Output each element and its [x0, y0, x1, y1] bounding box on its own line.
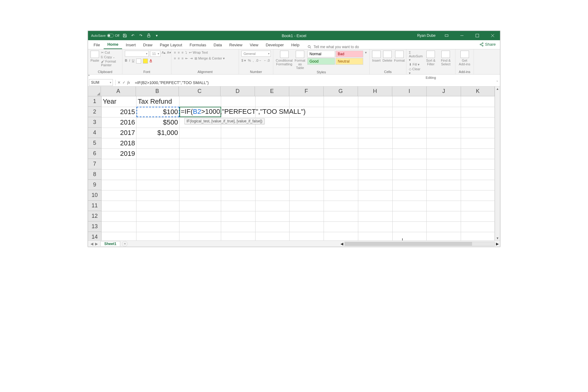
row-header-13[interactable]: 13	[88, 221, 102, 232]
cell-K11[interactable]	[461, 201, 495, 211]
ribbon-display-icon[interactable]	[440, 31, 453, 40]
fx-icon[interactable]: fx	[127, 80, 130, 85]
scroll-left-icon[interactable]: ◀	[340, 242, 343, 246]
tab-insert[interactable]: Insert	[122, 41, 140, 49]
cell-J4[interactable]	[427, 128, 461, 138]
cell-E13[interactable]	[255, 221, 290, 232]
cell-F11[interactable]	[290, 201, 324, 211]
cell-B5[interactable]	[136, 138, 179, 148]
cell-E9[interactable]	[255, 180, 290, 190]
tab-view[interactable]: View	[246, 41, 262, 49]
cell-C8[interactable]	[179, 169, 221, 180]
font-size-dropdown[interactable]: 11	[150, 51, 160, 57]
cell-D9[interactable]	[221, 180, 255, 190]
cell-K12[interactable]	[461, 211, 495, 221]
cell-I10[interactable]	[392, 190, 427, 201]
cell-E1[interactable]	[255, 96, 290, 107]
cell-I14[interactable]	[392, 232, 427, 240]
increase-decimal-icon[interactable]: .0→	[256, 59, 262, 63]
cell-K14[interactable]	[461, 232, 495, 240]
user-name[interactable]: Ryan Dube	[415, 33, 437, 38]
cell-I13[interactable]	[392, 221, 427, 232]
cell-J3[interactable]	[427, 117, 461, 128]
cell-D4[interactable]	[221, 128, 255, 138]
cell-F6[interactable]	[290, 148, 324, 159]
cell-B2[interactable]: $100	[136, 107, 179, 117]
cell-E8[interactable]	[255, 169, 290, 180]
borders-icon[interactable]	[136, 59, 141, 63]
undo-icon[interactable]: ↶	[130, 33, 135, 38]
cell-E7[interactable]	[255, 159, 290, 169]
cell-K10[interactable]	[461, 190, 495, 201]
sheet-nav-next-icon[interactable]: ▶	[95, 242, 98, 246]
cell-J6[interactable]	[427, 148, 461, 159]
insert-cells-button[interactable]: Insert	[372, 59, 381, 62]
cell-B11[interactable]	[136, 201, 179, 211]
fill-color-icon[interactable]	[143, 59, 148, 63]
cell-F10[interactable]	[290, 190, 324, 201]
cell-A1[interactable]: Year	[102, 96, 136, 107]
tab-data[interactable]: Data	[210, 41, 225, 49]
cell-F8[interactable]	[290, 169, 324, 180]
cell-I11[interactable]	[392, 201, 427, 211]
scroll-right-icon[interactable]: ▶	[496, 242, 499, 246]
style-bad[interactable]: Bad	[336, 51, 363, 57]
cell-I2[interactable]	[392, 107, 427, 117]
row-header-14[interactable]: 14	[88, 232, 102, 240]
row-header-4[interactable]: 4	[88, 128, 102, 138]
cell-J12[interactable]	[427, 211, 461, 221]
fill-button[interactable]: ⬇ Fill ▾	[409, 63, 423, 67]
wrap-text-button[interactable]: ↩ Wrap Text	[189, 51, 208, 55]
qat-customize-icon[interactable]: ▾	[154, 33, 159, 38]
cell-J13[interactable]	[427, 221, 461, 232]
cell-D8[interactable]	[221, 169, 255, 180]
row-header-6[interactable]: 6	[88, 148, 102, 159]
cell-G7[interactable]	[324, 159, 358, 169]
new-sheet-button[interactable]: +	[122, 241, 128, 247]
cell-B8[interactable]	[136, 169, 179, 180]
cell-J9[interactable]	[427, 180, 461, 190]
conditional-formatting-icon[interactable]	[280, 51, 289, 58]
cell-K2[interactable]	[461, 107, 495, 117]
cell-B13[interactable]	[136, 221, 179, 232]
italic-button[interactable]: I	[129, 59, 130, 63]
row-header-3[interactable]: 3	[88, 117, 102, 128]
cancel-edit-icon[interactable]: ✕	[117, 80, 121, 85]
cell-G5[interactable]	[324, 138, 358, 148]
tab-review[interactable]: Review	[226, 41, 246, 49]
cell-H13[interactable]	[358, 221, 392, 232]
cell-D13[interactable]	[221, 221, 255, 232]
tab-draw[interactable]: Draw	[140, 41, 156, 49]
orientation-icon[interactable]: ⤵	[185, 51, 187, 55]
font-name-dropdown[interactable]	[125, 51, 149, 57]
cell-E4[interactable]	[255, 128, 290, 138]
format-painter-button[interactable]: 🖌 Format Painter	[101, 60, 120, 67]
cell-F4[interactable]	[290, 128, 324, 138]
cell-F7[interactable]	[290, 159, 324, 169]
decrease-decimal-icon[interactable]: ←.0	[263, 59, 270, 63]
merge-center-button[interactable]: ⊞ Merge & Center ▾	[194, 56, 225, 60]
tell-me-search[interactable]: Tell me what you want to do	[307, 45, 359, 49]
cell-G11[interactable]	[324, 201, 358, 211]
autosum-button[interactable]: Σ AutoSum ▾	[409, 51, 423, 62]
row-header-7[interactable]: 7	[88, 159, 102, 169]
find-select-icon[interactable]	[441, 51, 450, 58]
format-cells-icon[interactable]	[395, 51, 404, 58]
align-bottom-icon[interactable]: ≡	[182, 51, 183, 55]
scroll-up-icon[interactable]: ▲	[495, 86, 500, 91]
share-button[interactable]: Share	[477, 41, 498, 47]
cell-A6[interactable]: 2019	[102, 148, 136, 159]
cell-I6[interactable]	[392, 148, 427, 159]
minimize-button[interactable]	[456, 31, 468, 40]
cell-H10[interactable]	[358, 190, 392, 201]
cell-C4[interactable]	[179, 128, 221, 138]
cell-A8[interactable]	[102, 169, 136, 180]
cell-G4[interactable]	[324, 128, 358, 138]
cell-D1[interactable]	[221, 96, 255, 107]
tab-page-layout[interactable]: Page Layout	[156, 41, 186, 49]
cell-J5[interactable]	[427, 138, 461, 148]
format-cells-button[interactable]: Format	[394, 59, 405, 62]
cell-K4[interactable]	[461, 128, 495, 138]
bold-button[interactable]: B	[125, 59, 127, 63]
comma-icon[interactable]: ,	[253, 59, 254, 63]
